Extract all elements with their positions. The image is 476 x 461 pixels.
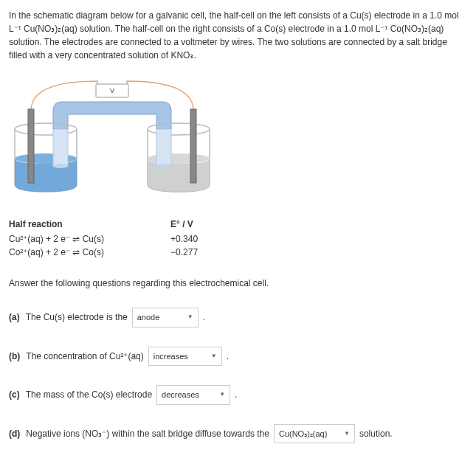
question-a-value: anode: [137, 311, 160, 324]
chevron-down-icon: ▼: [187, 313, 193, 322]
table-row: +0.340: [170, 232, 198, 246]
question-prompt: Answer the following questions regarding…: [9, 277, 467, 290]
table-header-potential: E° / V: [170, 218, 198, 231]
period: .: [227, 350, 229, 363]
question-d-after: solution.: [359, 427, 393, 440]
chevron-down-icon: ▼: [219, 390, 225, 399]
question-d-label: (d): [9, 427, 20, 440]
question-a-text: The Cu(s) electrode is the: [26, 311, 128, 324]
question-a-label: (a): [9, 311, 20, 324]
potential-table: Half reaction Cu²⁺(aq) + 2 e⁻ ⇌ Cu(s) Co…: [9, 218, 467, 259]
svg-rect-4: [53, 129, 68, 166]
table-row: Cu²⁺(aq) + 2 e⁻ ⇌ Cu(s): [9, 232, 104, 246]
question-d-text: Negative ions (NO₃⁻) within the salt bri…: [26, 427, 269, 440]
period: .: [203, 311, 205, 324]
svg-rect-9: [156, 129, 171, 166]
question-b-select[interactable]: increases ▼: [148, 347, 222, 367]
question-c-label: (c): [9, 388, 20, 401]
question-c: (c) The mass of the Co(s) electrode decr…: [9, 385, 467, 405]
voltmeter-label: V: [110, 87, 114, 94]
question-a-select[interactable]: anode ▼: [132, 308, 199, 327]
question-a: (a) The Cu(s) electrode is the anode ▼ .: [9, 308, 467, 327]
svg-rect-3: [28, 109, 34, 183]
chevron-down-icon: ▼: [211, 352, 217, 361]
chevron-down-icon: ▼: [344, 429, 350, 438]
question-c-text: The mass of the Co(s) electrode: [26, 388, 152, 401]
question-b: (b) The concentration of Cu²⁺(aq) increa…: [9, 347, 467, 367]
question-d-select[interactable]: Cu(NO₃)₂(aq) ▼: [274, 424, 355, 444]
question-b-value: increases: [154, 350, 188, 363]
svg-rect-8: [190, 109, 196, 183]
question-c-value: decreases: [162, 389, 199, 401]
question-d-value: Cu(NO₃)₂(aq): [279, 428, 327, 440]
problem-intro: In the schematic diagram below for a gal…: [9, 9, 467, 62]
table-row: Co²⁺(aq) + 2 e⁻ ⇌ Co(s): [9, 246, 104, 259]
question-c-select[interactable]: decreases ▼: [156, 385, 230, 405]
galvanic-cell-diagram: V: [9, 74, 467, 203]
table-row: −0.277: [170, 246, 198, 259]
svg-point-10: [156, 164, 171, 168]
table-header-reaction: Half reaction: [9, 218, 104, 231]
question-b-label: (b): [9, 350, 20, 363]
period: .: [235, 388, 237, 401]
question-d: (d) Negative ions (NO₃⁻) within the salt…: [9, 424, 467, 444]
svg-point-5: [53, 164, 68, 168]
question-b-text: The concentration of Cu²⁺(aq): [26, 350, 143, 363]
